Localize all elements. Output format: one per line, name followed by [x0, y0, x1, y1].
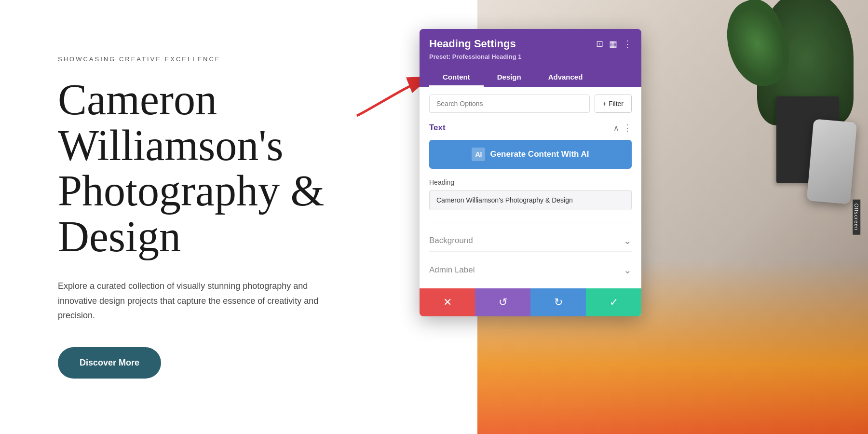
ai-generate-button[interactable]: AI Generate Content With AI: [429, 140, 632, 169]
phone-decoration: [807, 119, 857, 204]
panel-header: Heading Settings ⊡ ▦ ⋮ Preset: Professio…: [420, 29, 641, 87]
description-text: Explore a curated collection of visually…: [58, 279, 347, 323]
settings-panel: Heading Settings ⊡ ▦ ⋮ Preset: Professio…: [420, 29, 641, 316]
filter-button[interactable]: + Filter: [595, 95, 632, 113]
heading-field-input[interactable]: [429, 190, 632, 210]
tab-content[interactable]: Content: [429, 67, 484, 87]
action-bar: ✕ ↺ ↻ ✓: [420, 288, 641, 316]
text-section-header: Text ∧ ⋮: [429, 122, 632, 133]
panel-title-row: Heading Settings ⊡ ▦ ⋮: [429, 38, 632, 50]
heading-line1: Cameron: [58, 77, 439, 123]
background-section[interactable]: Background ⌄: [429, 230, 632, 251]
heading-line2: Williamson's: [58, 123, 439, 169]
cancel-button[interactable]: ✕: [420, 288, 475, 316]
panel-body: + Filter Text ∧ ⋮ AI Generate Content Wi…: [420, 87, 641, 288]
divider-2: [429, 251, 632, 252]
redo-icon: ↻: [554, 296, 563, 309]
main-heading: Cameron Williamson's Photography & Desig…: [58, 77, 439, 259]
text-section-more[interactable]: ⋮: [623, 122, 632, 133]
redo-button[interactable]: ↻: [530, 288, 586, 316]
preset-label: Preset:: [429, 53, 450, 60]
save-button[interactable]: ✓: [586, 288, 641, 316]
admin-label-section-label: Admin Label: [429, 265, 475, 275]
background-chevron-icon: ⌄: [624, 235, 632, 246]
ai-icon-text: AI: [475, 150, 482, 158]
layout-icon[interactable]: ▦: [609, 39, 617, 49]
expand-icon[interactable]: ⊡: [596, 39, 603, 49]
cancel-icon: ✕: [443, 296, 452, 309]
divider-1: [429, 222, 632, 222]
undo-icon: ↺: [499, 296, 507, 309]
preset-value[interactable]: Professional Heading 1: [452, 53, 522, 60]
panel-tabs: Content Design Advanced: [429, 67, 632, 87]
save-icon: ✓: [610, 296, 618, 309]
text-section-controls: ∧ ⋮: [613, 122, 632, 133]
more-options-icon[interactable]: ⋮: [623, 39, 632, 49]
heading-field-label: Heading: [429, 178, 632, 186]
text-section-title: Text: [429, 123, 446, 133]
eyebrow-text: SHOWCASING CREATIVE EXCELLENCE: [58, 55, 439, 63]
heading-line4: Design: [58, 214, 439, 260]
tab-design[interactable]: Design: [484, 67, 535, 87]
panel-icon-group: ⊡ ▦ ⋮: [596, 39, 632, 49]
left-content-area: SHOWCASING CREATIVE EXCELLENCE Cameron W…: [0, 0, 477, 434]
panel-preset: Preset: Professional Heading 1: [429, 53, 632, 60]
admin-label-section[interactable]: Admin Label ⌄: [429, 259, 632, 281]
panel-title: Heading Settings: [429, 38, 516, 50]
background-section-label: Background: [429, 236, 473, 245]
admin-label-chevron-icon: ⌄: [624, 264, 632, 276]
heading-line3: Photography &: [58, 168, 439, 214]
text-section-chevron-up[interactable]: ∧: [613, 123, 619, 133]
tab-advanced[interactable]: Advanced: [535, 67, 597, 87]
search-row: + Filter: [429, 95, 632, 113]
search-input[interactable]: [429, 95, 590, 113]
undo-button[interactable]: ↺: [475, 288, 530, 316]
offscreen-label: Offscreen: [853, 200, 860, 235]
ai-icon: AI: [472, 148, 485, 161]
ai-button-label: Generate Content With AI: [490, 149, 589, 159]
discover-more-button[interactable]: Discover More: [58, 347, 161, 379]
